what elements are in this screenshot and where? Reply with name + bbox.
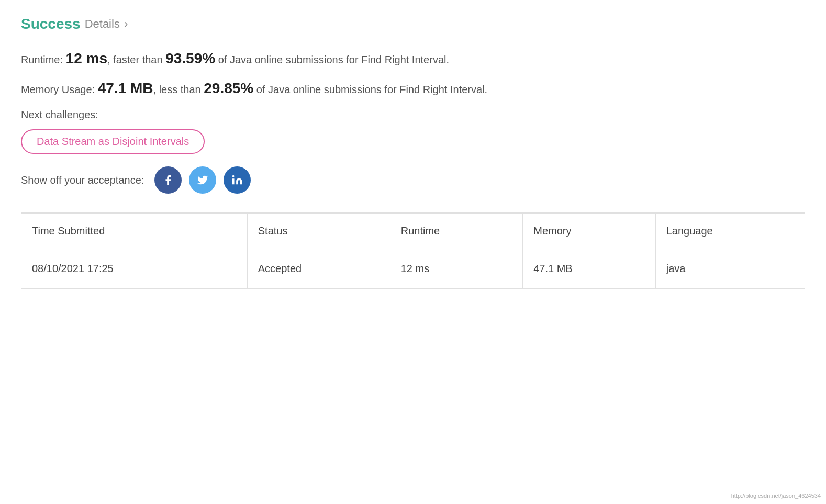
col-time-submitted: Time Submitted xyxy=(21,214,248,249)
watermark: http://blog.csdn.net/jason_4624534 xyxy=(731,492,821,499)
stats-section: Runtime: 12 ms, faster than 93.59% of Ja… xyxy=(21,48,805,98)
linkedin-icon[interactable] xyxy=(224,166,251,194)
col-status: Status xyxy=(247,214,390,249)
runtime-percent: 93.59% xyxy=(165,50,215,66)
memory-suffix: of Java online submissions for Find Righ… xyxy=(253,84,487,95)
cell-time-submitted: 08/10/2021 17:25 xyxy=(21,249,248,289)
memory-percent: 29.85% xyxy=(204,80,253,96)
runtime-stat-line: Runtime: 12 ms, faster than 93.59% of Ja… xyxy=(21,48,805,69)
cell-status[interactable]: Accepted xyxy=(247,249,390,289)
runtime-suffix: of Java online submissions for Find Righ… xyxy=(215,54,449,65)
memory-value: 47.1 MB xyxy=(98,80,153,96)
table-header-row: Time Submitted Status Runtime Memory Lan… xyxy=(21,214,805,249)
chevron-icon: › xyxy=(124,17,128,31)
details-link[interactable]: Details xyxy=(85,17,120,31)
runtime-middle: , faster than xyxy=(107,54,165,65)
submissions-table: Time Submitted Status Runtime Memory Lan… xyxy=(21,213,805,289)
runtime-prefix: Runtime: xyxy=(21,54,66,65)
table-row: 08/10/2021 17:25 Accepted 12 ms 47.1 MB … xyxy=(21,249,805,289)
col-memory: Memory xyxy=(523,214,655,249)
cell-language: java xyxy=(655,249,805,289)
social-icons xyxy=(154,166,251,194)
col-language: Language xyxy=(655,214,805,249)
cell-runtime: 12 ms xyxy=(390,249,522,289)
col-runtime: Runtime xyxy=(390,214,522,249)
social-label: Show off your acceptance: xyxy=(21,174,144,186)
facebook-icon[interactable] xyxy=(154,166,182,194)
challenge-button[interactable]: Data Stream as Disjoint Intervals xyxy=(21,129,205,154)
memory-middle: , less than xyxy=(153,84,204,95)
next-challenges-label: Next challenges: xyxy=(21,109,805,121)
breadcrumb: Success Details › xyxy=(21,16,805,32)
runtime-value: 12 ms xyxy=(66,50,107,66)
memory-prefix: Memory Usage: xyxy=(21,84,98,95)
twitter-icon[interactable] xyxy=(189,166,216,194)
svg-point-0 xyxy=(232,175,235,177)
success-label: Success xyxy=(21,16,81,32)
memory-stat-line: Memory Usage: 47.1 MB, less than 29.85% … xyxy=(21,78,805,98)
social-section: Show off your acceptance: xyxy=(21,166,805,194)
cell-memory: 47.1 MB xyxy=(523,249,655,289)
